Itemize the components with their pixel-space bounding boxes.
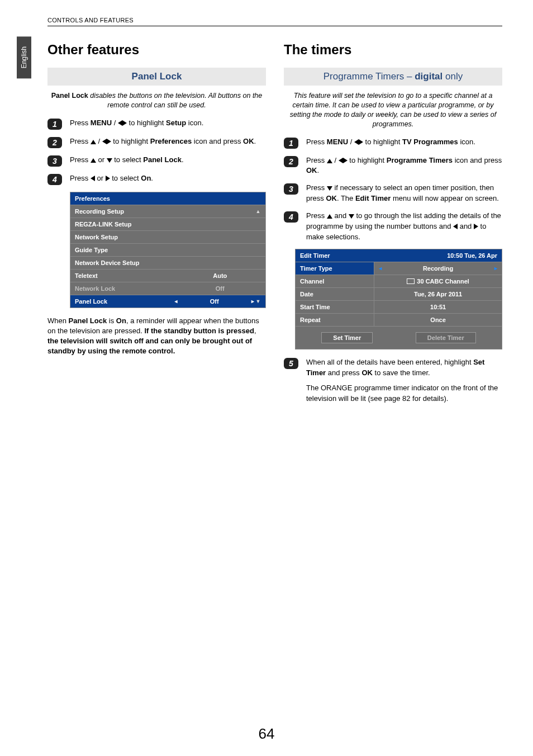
- down-arrow-icon: [349, 214, 354, 219]
- step-4: 4 Press or to select On.: [47, 173, 266, 185]
- osd-row-value: Auto: [179, 272, 261, 279]
- step-1: 1 Press MENU / to highlight TV Programme…: [284, 137, 502, 149]
- osd-header-title: Edit Timer: [300, 252, 330, 259]
- tv-icon: [407, 278, 415, 284]
- step-4-text: Press or to select On.: [70, 173, 153, 184]
- osd-row-label: Network Setup: [75, 234, 261, 240]
- osd-row-value: 30 CABC Channel: [374, 275, 502, 287]
- step-5: 5 When all of the details have been ente…: [284, 357, 502, 404]
- left-arrow-icon: [91, 176, 95, 181]
- osd-row-value: 10:51: [374, 301, 502, 313]
- left-arrow-icon: [339, 158, 343, 163]
- osd-row-label: Guide Type: [75, 247, 261, 253]
- intro-bold: Panel Lock: [51, 92, 88, 100]
- left-arrow-icon: [102, 139, 107, 144]
- osd-row-label: Panel Lock: [75, 298, 173, 305]
- up-arrow-icon: [327, 159, 332, 163]
- step-number-icon: 1: [284, 138, 298, 149]
- subhead-programme-timers: Programme Timers – digital only: [284, 68, 502, 86]
- right-arrow-icon: [122, 120, 127, 126]
- step-2: 2 Press / to highlight Preferences icon …: [47, 136, 266, 148]
- osd-row-label: Recording Setup: [75, 208, 255, 215]
- osd-row-value: ◄ Off ►: [173, 298, 255, 305]
- left-arrow-icon: [354, 139, 359, 145]
- right-arrow-icon: [474, 224, 478, 229]
- running-head: CONTROLS AND FEATURES: [47, 17, 502, 26]
- value-right-arrow-icon: ►: [250, 299, 255, 304]
- osd-row-label: Network Device Setup: [75, 259, 261, 266]
- step-number-icon: 4: [47, 174, 62, 185]
- step-number-icon: 5: [284, 358, 298, 369]
- osd-row-label: Date: [296, 288, 374, 300]
- step-3-text: Press if necessary to select an open tim…: [306, 183, 502, 204]
- timers-intro: This feature will set the television to …: [287, 91, 499, 129]
- down-arrow-icon: [107, 158, 112, 163]
- step-number-icon: 3: [284, 183, 298, 195]
- step-1: 1 Press MENU / to highlight Setup icon.: [47, 118, 266, 130]
- osd-header-time: 10:50 Tue, 26 Apr: [447, 252, 497, 259]
- osd-row-label: Teletext: [75, 272, 179, 279]
- section-title-other-features: Other features: [47, 42, 266, 58]
- osd-row-label: Channel: [296, 275, 374, 287]
- osd-row-label: Start Time: [296, 301, 374, 313]
- step-number-icon: 1: [47, 119, 62, 130]
- osd-row-label: Timer Type: [296, 262, 374, 275]
- osd-row-value: Tue, 26 Apr 2011: [374, 288, 502, 300]
- delete-timer-button: Delete Timer: [416, 332, 476, 343]
- osd-row-value: ◄ Recording ►: [374, 262, 502, 275]
- left-arrow-icon: [118, 120, 122, 126]
- up-arrow-icon: [327, 214, 332, 219]
- osd-row-label: REGZA-LINK Setup: [75, 221, 261, 228]
- section-title-the-timers: The timers: [284, 42, 502, 58]
- step-number-icon: 4: [284, 211, 298, 223]
- step-1-text: Press MENU / to highlight TV Programmes …: [306, 137, 475, 148]
- left-column: Other features Panel Lock Panel Lock dis…: [47, 42, 266, 411]
- right-arrow-icon: [343, 158, 348, 163]
- step-1-text: Press MENU / to highlight Setup icon.: [70, 118, 203, 129]
- preferences-osd: Preferences Recording Setup▲ REGZA-LINK …: [70, 192, 266, 308]
- step-2-text: Press / to highlight Programme Timers ic…: [306, 155, 502, 177]
- osd-row-label: Network Lock: [75, 285, 179, 292]
- scroll-down-icon: ▼: [255, 299, 261, 304]
- osd-header: Preferences: [75, 195, 110, 202]
- value-left-arrow-icon: ◄: [378, 266, 383, 271]
- panel-lock-note: When Panel Lock is On, a reminder will a…: [47, 316, 266, 357]
- edit-timer-osd: Edit Timer 10:50 Tue, 26 Apr Timer Type …: [295, 249, 502, 349]
- osd-row-label: Repeat: [296, 314, 374, 326]
- step-3: 3 Press if necessary to select an open t…: [284, 183, 502, 204]
- step-4: 4 Press and to go through the list addin…: [284, 211, 502, 243]
- step-4-text: Press and to go through the list adding …: [306, 211, 502, 243]
- step-number-icon: 2: [284, 156, 298, 167]
- value-left-arrow-icon: ◄: [173, 299, 178, 304]
- step-5-text: When all of the details have been entere…: [306, 357, 502, 404]
- set-timer-button: Set Timer: [321, 332, 373, 343]
- osd-row-value: Once: [374, 314, 502, 326]
- page-number: 64: [0, 725, 533, 743]
- right-arrow-icon: [107, 139, 111, 144]
- right-column: The timers Programme Timers – digital on…: [284, 42, 502, 411]
- down-arrow-icon: [327, 186, 332, 191]
- osd-row-value: Off: [179, 285, 261, 292]
- step-2: 2 Press / to highlight Programme Timers …: [284, 155, 502, 177]
- step-3: 3 Press or to select Panel Lock.: [47, 155, 266, 167]
- left-arrow-icon: [453, 224, 458, 229]
- right-arrow-icon: [106, 176, 110, 181]
- subhead-panel-lock: Panel Lock: [47, 68, 266, 86]
- up-arrow-icon: [91, 158, 96, 163]
- step-2-text: Press / to highlight Preferences icon an…: [70, 136, 256, 147]
- step-number-icon: 3: [47, 155, 62, 167]
- right-arrow-icon: [359, 139, 363, 145]
- panel-lock-intro: Panel Lock disables the buttons on the t…: [51, 91, 263, 110]
- step-number-icon: 2: [47, 137, 62, 148]
- up-arrow-icon: [91, 140, 96, 144]
- step-3-text: Press or to select Panel Lock.: [70, 155, 184, 166]
- value-right-arrow-icon: ►: [493, 266, 498, 271]
- scroll-up-icon: ▲: [255, 209, 261, 214]
